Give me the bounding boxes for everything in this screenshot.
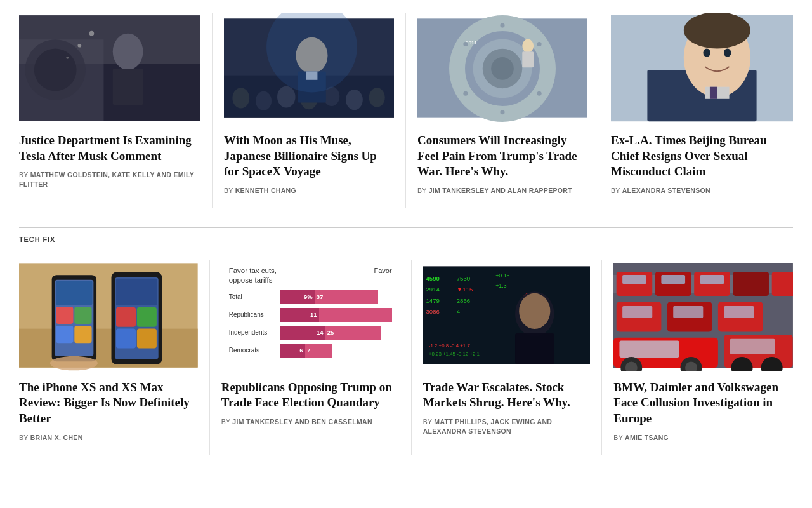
svg-rect-88 [772,272,793,296]
bar-right-republicans [319,308,392,322]
bar-num-independents-left: 14 [317,329,324,336]
svg-text:+0.23   +1.45  -0.12  +2.1: +0.23 +1.45 -0.12 +2.1 [428,351,480,357]
svg-point-2 [113,34,143,70]
bar-left-democrats: 6 [280,344,305,358]
chart-row-republicans: Republicans 11 [229,308,392,322]
svg-text:4: 4 [456,308,460,315]
svg-point-7 [77,44,81,48]
svg-text:+1.3: +1.3 [495,283,506,289]
chart-title-left: Favor tax cuts, [229,267,277,274]
article-consumers-image: 2011 [417,13,587,124]
article-latimes-title: Ex-L.A. Times Beijing Bureau Chief Resig… [611,133,793,180]
svg-rect-52 [74,307,91,324]
bar-num-total-left: 9% [304,293,313,300]
chart-bars-independents: 14 25 [280,326,392,340]
article-latimes-byline: By ALEXANDRA STEVENSON [611,186,793,196]
chart-title: Favor tax cuts, Favor oppose tariffs [229,266,392,285]
article-republicans[interactable]: Favor tax cuts, Favor oppose tariffs Tot… [210,260,412,455]
svg-point-62 [50,356,98,371]
svg-rect-61 [137,328,157,348]
article-spacex-title: With Moon as His Muse, Japanese Billiona… [224,133,394,180]
bar-right-independents: 25 [325,326,381,340]
svg-text:4590: 4590 [426,274,439,281]
chart-label-democrats: Democrats [229,347,280,354]
article-bmw-image [613,260,793,371]
article-iphone-byline: By BRIAN X. CHEN [19,433,198,443]
article-bmw-title: BMW, Daimler and Volkswagen Face Collusi… [613,380,793,427]
svg-point-37 [463,42,468,46]
bar-left-total: 9% [280,290,315,304]
svg-rect-64 [423,266,591,364]
bar-left-republicans: 11 [280,308,319,322]
svg-point-78 [519,293,550,329]
svg-rect-97 [724,306,754,318]
svg-text:7530: 7530 [456,274,469,281]
svg-rect-59 [137,307,157,327]
svg-rect-105 [730,338,775,354]
svg-point-33 [537,42,541,46]
svg-rect-60 [116,328,136,348]
article-republicans-chart: Favor tax cuts, Favor oppose tariffs Tot… [221,260,400,371]
article-tradewar-authors: MATT PHILLIPS, JACK EWING and ALEXANDRA … [423,418,553,435]
article-republicans-title: Republicans Opposing Trump on Trade Face… [221,380,400,411]
article-spacex-image [224,13,394,124]
section-label: TECH FIX [0,228,812,247]
bar-right-total: 37 [315,290,378,304]
svg-rect-44 [705,87,729,99]
svg-text:2914: 2914 [426,286,440,293]
chart-title-right: oppose tariffs [229,276,273,284]
chart-label-republicans: Republicans [229,311,280,318]
svg-text:1479: 1479 [426,297,439,304]
bar-num-democrats-right: 7 [307,347,310,354]
svg-point-43 [724,48,731,57]
chart-row-independents: Independents 14 25 [229,326,392,340]
svg-rect-50 [56,281,92,305]
svg-rect-89 [622,275,646,284]
article-republicans-byline: By JIM TANKERSLEY and BEN CASSELMAN [221,417,400,427]
chart-row-total: Total 9% 37 [229,290,392,304]
svg-point-28 [491,57,514,80]
article-spacex[interactable]: With Moon as His Muse, Japanese Billiona… [213,13,406,208]
article-iphone-image [19,260,198,371]
bar-left-independents: 14 [280,326,325,340]
article-tesla[interactable]: Justice Department Is Examining Tesla Af… [19,13,213,208]
svg-rect-96 [674,306,704,318]
svg-text:2866: 2866 [456,297,469,304]
svg-rect-53 [56,326,73,343]
article-tradewar-title: Trade War Escalates. Stock Markets Shrug… [423,380,591,411]
article-iphone[interactable]: The iPhone XS and XS Max Review: Bigger … [19,260,210,455]
svg-rect-91 [700,275,724,284]
svg-point-6 [34,49,77,91]
svg-point-41 [684,13,750,48]
article-tesla-title: Justice Department Is Examining Tesla Af… [19,133,200,164]
svg-point-8 [89,31,95,36]
article-latimes[interactable]: Ex-L.A. Times Beijing Bureau Chief Resig… [599,13,793,208]
article-bmw-byline: By AMIE TSANG [613,433,793,443]
svg-point-36 [463,91,468,96]
article-bmw[interactable]: BMW, Daimler and Volkswagen Face Collusi… [602,260,793,455]
bottom-news-grid: The iPhone XS and XS Max Review: Bigger … [0,247,812,468]
article-consumers[interactable]: 2011 Consumers Will Increasingly Feel Pa… [406,13,599,208]
bar-num-republicans-left: 11 [310,311,317,318]
svg-rect-47 [19,328,198,367]
article-latimes-authors: ALEXANDRA STEVENSON [622,187,710,194]
svg-rect-95 [622,306,652,318]
article-republicans-authors: JIM TANKERSLEY and BEN CASSELMAN [232,418,372,425]
svg-point-32 [500,23,504,27]
svg-text:+0.15: +0.15 [495,272,509,279]
svg-point-29 [522,39,534,52]
article-bmw-authors: AMIE TSANG [625,434,669,441]
chart-bars-democrats: 6 7 [280,344,392,358]
chart-row-democrats: Democrats 6 7 [229,344,392,358]
article-tesla-byline: By MATTHEW GOLDSTEIN, KATE KELLY and EMI… [19,170,200,189]
bar-right-democrats: 7 [305,344,332,358]
chart-bars-total: 9% 37 [280,290,392,304]
article-tradewar[interactable]: 4590 7530 2914 ▼115 1479 2866 3086 4 +0.… [412,260,603,455]
article-tradewar-byline: By MATT PHILLIPS, JACK EWING and ALEXAND… [423,417,591,436]
article-consumers-title: Consumers Will Increasingly Feel Pain Fr… [417,133,587,180]
article-consumers-authors: JIM TANKERSLEY and ALAN RAPPEPORT [429,187,572,194]
bar-num-independents-right: 25 [327,329,334,336]
svg-point-9 [66,57,69,59]
svg-rect-51 [56,307,73,324]
svg-rect-87 [733,272,769,296]
